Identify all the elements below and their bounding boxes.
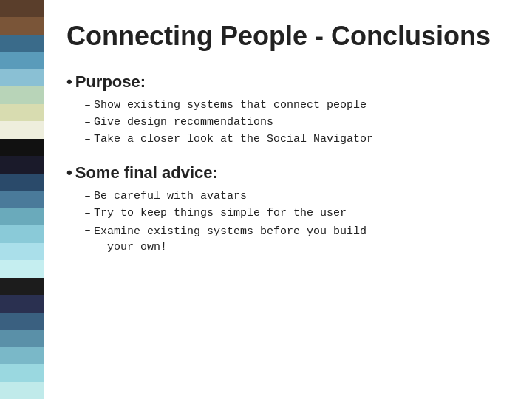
dash-icon: – [84, 224, 91, 236]
sidebar-color-19 [0, 313, 44, 330]
dash-icon: – [84, 207, 91, 219]
sidebar-color-18 [0, 295, 44, 312]
advice-section: •Some final advice: – Be careful with av… [66, 163, 505, 255]
sidebar-color-7 [0, 104, 44, 121]
purpose-item-3: Take a closer look at the Social Navigat… [94, 133, 505, 146]
sidebar-color-17 [0, 278, 44, 295]
dash-icon: – [84, 190, 91, 202]
purpose-list: – Show existing systems that connect peo… [84, 99, 505, 146]
list-item: – Examine existing systems before you bu… [84, 224, 505, 255]
sidebar-color-11 [0, 174, 44, 191]
sidebar-color-12 [0, 191, 44, 208]
dash-icon: – [84, 99, 91, 112]
purpose-section: •Purpose: – Show existing systems that c… [66, 72, 505, 146]
advice-item-3: Examine existing systems before you buil… [94, 224, 505, 255]
list-item: – Take a closer look at the Social Navig… [84, 133, 505, 146]
purpose-item-2: Give design recommendations [94, 116, 505, 129]
sidebar-color-20 [0, 330, 44, 347]
list-item: – Give design recommendations [84, 116, 505, 129]
sidebar-color-5 [0, 69, 44, 86]
sidebar-color-6 [0, 86, 44, 103]
advice-list: – Be careful with avatars – Try to keep … [84, 190, 505, 255]
sidebar-color-2 [0, 17, 44, 34]
page-title: Connecting People - Conclusions [66, 21, 505, 52]
sidebar-color-21 [0, 347, 44, 364]
dash-icon: – [84, 133, 91, 146]
sidebar-color-3 [0, 35, 44, 52]
list-item: – Be careful with avatars [84, 190, 505, 202]
advice-item-2: Try to keep things simple for the user [94, 207, 505, 219]
advice-item-1: Be careful with avatars [94, 190, 505, 202]
bullet-dot-2: • [66, 163, 72, 182]
sidebar-color-13 [0, 208, 44, 225]
list-item: – Show existing systems that connect peo… [84, 99, 505, 112]
sidebar-color-14 [0, 225, 44, 242]
list-item: – Try to keep things simple for the user [84, 207, 505, 219]
sidebar-color-9 [0, 139, 44, 156]
dash-icon: – [84, 116, 91, 129]
sidebar-color-1 [0, 0, 44, 17]
sidebar-color-15 [0, 243, 44, 260]
sidebar-color-23 [0, 382, 44, 399]
sidebar-color-16 [0, 260, 44, 277]
purpose-heading: •Purpose: [66, 72, 505, 92]
sidebar-color-10 [0, 156, 44, 173]
purpose-item-1: Show existing systems that connect peopl… [94, 99, 505, 112]
sidebar-color-4 [0, 52, 44, 69]
main-content: Connecting People - Conclusions •Purpose… [44, 0, 532, 399]
bullet-dot-1: • [66, 72, 72, 91]
sidebar-color-22 [0, 364, 44, 381]
advice-heading: •Some final advice: [66, 163, 505, 183]
sidebar [0, 0, 44, 399]
sidebar-color-8 [0, 121, 44, 138]
